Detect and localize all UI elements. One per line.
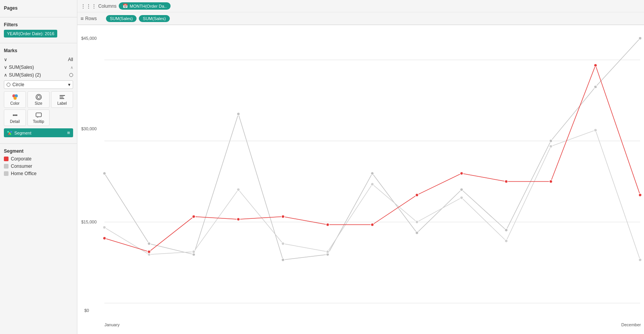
svg-rect-5 (60, 95, 65, 96)
svg-point-49 (147, 250, 150, 253)
consumer-color-box (4, 164, 9, 169)
columns-label-text: Columns (98, 3, 116, 9)
sum-sales-pill-2[interactable]: SUM(Sales) (139, 15, 169, 22)
svg-point-40 (326, 250, 329, 253)
sum-sales-2-chevron: ∧ (4, 72, 7, 78)
sum-sales-pill-1[interactable]: SUM(Sales) (106, 15, 137, 22)
sum-sales-chevron: ∨ (4, 65, 7, 70)
label-icon (59, 94, 66, 101)
rows-icon: ≡ (80, 15, 84, 22)
month-order-date-label: MONTH(Order Da.. (130, 4, 166, 9)
svg-point-33 (594, 85, 597, 89)
svg-point-52 (282, 215, 285, 218)
month-order-date-pill[interactable]: 📅 MONTH(Order Da.. (119, 2, 170, 10)
sidebar: Pages Filters YEAR(Order Date): 2016 Mar… (0, 0, 77, 334)
marks-all-item[interactable]: ∨ All (4, 56, 73, 63)
marks-sum-sales-2-item[interactable]: ∧ SUM(Sales) (2) (4, 71, 73, 79)
size-label: Size (35, 101, 42, 106)
svg-point-35 (103, 226, 106, 229)
mark-type-label: Circle (12, 82, 24, 87)
svg-point-34 (639, 37, 642, 40)
label-button[interactable]: Label (51, 91, 73, 108)
svg-point-41 (371, 182, 374, 186)
svg-marker-12 (37, 117, 38, 118)
tooltip-label: Tooltip (33, 119, 44, 124)
sum-sales-2-circle-icon (69, 73, 73, 77)
filters-title: Filters (4, 22, 73, 27)
sum-sales-2-pill-label: SUM(Sales) (143, 16, 166, 21)
svg-point-13 (7, 131, 9, 133)
mark-type-selector[interactable]: Circle ▾ (4, 80, 73, 89)
svg-point-44 (505, 239, 508, 242)
tooltip-icon (35, 112, 42, 119)
segment-badge-label: Segment (14, 131, 31, 135)
sum-sales-expand[interactable]: ∧ (70, 65, 73, 70)
svg-point-57 (505, 180, 508, 183)
x-label-january: January (104, 322, 120, 327)
marks-all-chevron: ∨ (4, 57, 7, 62)
svg-point-39 (282, 242, 285, 245)
svg-point-48 (103, 237, 106, 240)
sum-sales-1-label: SUM(Sales) (110, 16, 133, 21)
mark-type-chevron: ▾ (68, 82, 70, 87)
segment-legend-section: Segment Corporate Consumer Home Office (0, 146, 77, 181)
size-icon (35, 94, 42, 101)
svg-point-26 (282, 258, 285, 261)
calendar-icon: 📅 (123, 3, 128, 9)
svg-point-25 (237, 112, 240, 116)
svg-point-3 (36, 94, 41, 100)
marks-sum-sales-item[interactable]: ∨ SUM(Sales) ∧ (4, 63, 73, 71)
svg-point-56 (460, 172, 463, 175)
color-button[interactable]: Color (4, 91, 26, 108)
y-tick-15000: $15,000 (81, 220, 97, 224)
detail-button[interactable]: Detail (4, 109, 26, 126)
segment-badge[interactable]: Segment ≡ (4, 128, 73, 137)
svg-point-28 (371, 172, 374, 175)
rows-label-text: Rows (85, 16, 97, 21)
svg-rect-7 (60, 98, 64, 99)
segment-legend-title: Segment (4, 148, 73, 154)
svg-point-29 (415, 231, 419, 234)
svg-point-2 (14, 97, 17, 100)
rows-shelf-label: ≡ Rows (80, 15, 104, 22)
svg-point-53 (326, 223, 329, 226)
svg-point-58 (549, 180, 552, 183)
detail-icon (12, 112, 19, 119)
label-label: Label (57, 101, 67, 106)
sum-sales-label: SUM(Sales) (9, 65, 34, 70)
columns-shelf-label: ⋮⋮⋮ Columns (80, 3, 116, 9)
svg-point-8 (13, 114, 14, 116)
svg-rect-11 (36, 113, 41, 117)
circle-type-icon (7, 83, 10, 87)
size-button[interactable]: Size (27, 91, 50, 108)
svg-point-51 (237, 218, 240, 221)
main-content: ⋮⋮⋮ Columns 📅 MONTH(Order Da.. ≡ Rows SU… (77, 0, 644, 334)
svg-rect-6 (60, 97, 63, 97)
marks-buttons-grid: Color Size Label (4, 91, 73, 126)
tooltip-button[interactable]: Tooltip (27, 109, 50, 126)
divider-1 (0, 17, 77, 17)
y-tick-45000: $45,000 (81, 36, 97, 41)
marks-title: Marks (4, 48, 73, 53)
year-filter-badge[interactable]: YEAR(Order Date): 2016 (4, 30, 57, 37)
svg-point-23 (147, 242, 150, 245)
color-icon (12, 94, 19, 101)
marks-all-label: All (68, 57, 73, 62)
svg-point-50 (192, 215, 195, 218)
corporate-color-box (4, 157, 9, 161)
filters-section: Filters YEAR(Order Date): 2016 (0, 20, 77, 41)
home-office-color-box (4, 171, 9, 176)
svg-point-55 (415, 193, 419, 196)
svg-point-15 (10, 131, 12, 133)
svg-point-42 (415, 220, 419, 223)
svg-point-37 (192, 250, 195, 253)
svg-point-59 (594, 64, 597, 67)
svg-point-47 (639, 258, 642, 261)
svg-point-9 (14, 114, 16, 116)
svg-point-54 (371, 223, 374, 226)
svg-point-16 (8, 133, 10, 135)
svg-point-4 (37, 95, 40, 99)
chart-area: Sales $45,000 $30,000 $15,000 $0 January… (77, 25, 644, 334)
legend-item-home-office: Home Office (4, 171, 73, 176)
consumer-label: Consumer (11, 164, 32, 169)
